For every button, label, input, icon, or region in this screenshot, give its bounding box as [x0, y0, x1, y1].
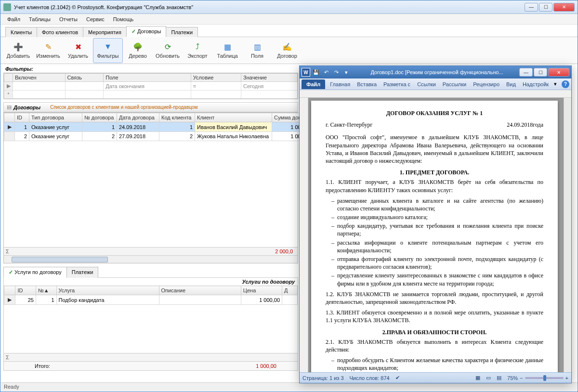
word-title: Договор1.doc [Режим ограниченной функцио… — [355, 69, 519, 75]
tool-изменить[interactable]: ✎Изменить — [33, 38, 63, 63]
close-button[interactable]: ✕ — [553, 3, 575, 12]
doc-city: г. Санкт-Петербург — [326, 121, 372, 129]
ribbon-file[interactable]: Файл — [302, 79, 325, 89]
save-icon[interactable]: 💾 — [312, 68, 320, 77]
check-icon: ✓ — [9, 269, 13, 275]
menu-tables[interactable]: Таблицы — [25, 15, 54, 24]
word-document[interactable]: ДОГОВОР ОКАЗАНИЯ УСЛУГ № 1 г. Санкт-Пете… — [311, 101, 558, 372]
main-tab-3[interactable]: ✓Договоры — [126, 26, 166, 37]
sub-tab-0[interactable]: ✓Услуги по договору — [3, 267, 67, 278]
tool-добавить[interactable]: ➕Добавить — [3, 38, 33, 63]
main-tab-1[interactable]: Фото клиентов — [37, 27, 83, 37]
contracts-grid[interactable]: IDТип договора№ договораДата договораКод… — [3, 112, 298, 263]
word-maximize-button[interactable]: ☐ — [534, 68, 547, 77]
services-title: Услуги по договору — [4, 278, 298, 286]
tool-таблица[interactable]: ▦Таблица — [212, 38, 242, 63]
menu-help[interactable]: Помощь — [109, 15, 138, 24]
word-window[interactable]: W 💾 ↶ ↷ ▾ Договор1.doc [Режим ограниченн… — [299, 65, 572, 383]
tool-дерево[interactable]: 🌳Дерево — [123, 38, 153, 63]
view-web-icon[interactable]: ▤ — [497, 375, 501, 381]
doc-p13: 1.3. КЛИЕНТ обязуется своевременно и в п… — [326, 309, 543, 324]
ribbon-tab-4[interactable]: Рассылки — [439, 79, 470, 89]
ribbon-tab-5[interactable]: Рецензиро — [470, 79, 503, 89]
redo-icon[interactable]: ↷ — [332, 68, 341, 77]
экспорт-icon: ⤴ — [193, 42, 202, 52]
minimize-button[interactable]: — — [525, 3, 538, 12]
spell-check-icon[interactable]: ✔ — [395, 375, 400, 381]
contracts-header: ▤ Договоры Список договоров с клиентами … — [3, 102, 298, 112]
zoom-slider[interactable] — [525, 377, 564, 379]
word-page-status[interactable]: Страница: 1 из 3 — [302, 375, 344, 381]
tool-договор[interactable]: ✍Договор — [272, 38, 302, 63]
app-icon — [3, 3, 11, 11]
h-scrollbar[interactable] — [4, 255, 298, 263]
main-tabbar: КлиентыФото клиентовМероприятия✓Договоры… — [0, 25, 578, 37]
contracts-title: Договоры — [13, 105, 40, 110]
zoom-in-icon[interactable]: + — [565, 375, 568, 381]
qat-dropdown-icon[interactable]: ▾ — [342, 68, 351, 77]
договор-icon: ✍ — [282, 42, 292, 52]
view-print-icon[interactable]: ▦ — [475, 375, 480, 381]
ribbon-tab-6[interactable]: Вид — [503, 79, 519, 89]
ribbon-tab-3[interactable]: Ссылки — [414, 79, 439, 89]
contracts-sum: 2 000,0 — [275, 248, 296, 254]
doc-p21: 2.1. КЛУБ ЗНАКОМСТВ обязуется выполнить … — [326, 338, 543, 353]
titlebar[interactable]: Учет клиентов (2.1042) © Prostoysoft. Ко… — [0, 0, 578, 14]
maximize-button[interactable]: ☐ — [539, 3, 552, 12]
tool-обновить[interactable]: ⟳Обновить — [153, 38, 183, 63]
menu-service[interactable]: Сервис — [82, 15, 108, 24]
main-tab-0[interactable]: Клиенты — [5, 27, 37, 37]
tool-удалить[interactable]: ✖Удалить — [63, 38, 93, 63]
toolbar: ➕Добавить✎Изменить✖Удалить▼Фильтры🌳Дерев… — [0, 37, 578, 64]
tool-экспорт[interactable]: ⤴Экспорт — [183, 38, 212, 63]
удалить-icon: ✖ — [73, 42, 83, 52]
ribbon-tab-1[interactable]: Вставка — [354, 79, 380, 89]
word-v-scrollbar[interactable] — [564, 98, 571, 372]
main-tab-4[interactable]: Платежи — [166, 27, 198, 37]
изменить-icon: ✎ — [43, 42, 53, 52]
undo-icon[interactable]: ↶ — [322, 68, 330, 77]
word-app-icon[interactable]: W — [302, 68, 310, 77]
word-titlebar[interactable]: W 💾 ↶ ↷ ▾ Договор1.doc [Режим ограниченн… — [300, 66, 571, 78]
main-tab-2[interactable]: Мероприятия — [83, 27, 127, 37]
word-close-button[interactable]: ✕ — [548, 68, 569, 77]
ribbon-tab-2[interactable]: Разметка с — [380, 79, 414, 89]
word-minimize-button[interactable]: — — [519, 68, 533, 77]
tool-фильтры[interactable]: ▼Фильтры — [93, 38, 123, 63]
contracts-desc: Список договоров с клиентами и нашей орг… — [50, 105, 197, 110]
tool-поля[interactable]: ▥Поля — [242, 38, 272, 63]
word-v-ruler[interactable] — [300, 98, 308, 372]
doc-date: 24.09.2018года — [507, 121, 543, 129]
zoom-control[interactable]: 75% − + — [507, 375, 568, 381]
ribbon-more-icon[interactable]: ▾ — [552, 81, 559, 87]
status-text: Ready — [4, 384, 19, 390]
services-panel: Услуги по договору ID№▲УслугаОписаниеЦен… — [3, 278, 298, 371]
ribbon-tab-0[interactable]: Главная — [327, 79, 354, 89]
filters-grid[interactable]: ВключенСвязьПолеУсловиеЗначение ▶Дата ок… — [3, 73, 298, 99]
table-row[interactable]: 2Оказание услуг227.09.20182Жукова Наталь… — [4, 132, 311, 141]
table-row[interactable]: ▶1Оказание услуг124.09.20181Иванов Васил… — [4, 122, 311, 132]
doc-h2: 1. ПРЕДМЕТ ДОГОВОРА. — [326, 169, 543, 176]
help-icon[interactable]: ? — [562, 80, 569, 88]
table-row[interactable]: ▶251Подбор кандидата1 000,00 — [4, 295, 298, 305]
zoom-value: 75% — [507, 375, 518, 381]
database-icon: ▤ — [7, 104, 12, 110]
обновить-icon: ⟳ — [163, 42, 172, 52]
doc-list2: подробно обсудить с Клиентом желаемые ка… — [337, 356, 543, 372]
doc-p11: 1.1. КЛИЕНТ поручает, а КЛУБ ЗНАКОМСТВ б… — [326, 178, 543, 194]
word-h-ruler[interactable] — [300, 90, 571, 98]
word-page-area[interactable]: ДОГОВОР ОКАЗАНИЯ УСЛУГ № 1 г. Санкт-Пете… — [308, 98, 564, 372]
doc-list1: размещение данных клиента в каталоге и н… — [337, 197, 543, 287]
word-word-count[interactable]: Число слов: 874 — [350, 375, 390, 381]
total-value: 1 000,00 — [256, 363, 296, 369]
word-statusbar: Страница: 1 из 3 Число слов: 874 ✔ ▦ ▭ ▤… — [300, 372, 571, 383]
view-read-icon[interactable]: ▭ — [486, 375, 491, 381]
menu-file[interactable]: Файл — [3, 15, 24, 24]
window-title: Учет клиентов (2.1042) © Prostoysoft. Ко… — [14, 4, 525, 10]
zoom-out-icon[interactable]: − — [520, 375, 523, 381]
поля-icon: ▥ — [252, 42, 262, 52]
ribbon-tab-7[interactable]: Надстройк — [519, 79, 552, 89]
menu-reports[interactable]: Отчеты — [55, 15, 81, 24]
sub-tab-1[interactable]: Платежи — [66, 267, 99, 278]
doc-intro: ООО "Простой софт", именуемое в дальнейш… — [326, 133, 543, 165]
